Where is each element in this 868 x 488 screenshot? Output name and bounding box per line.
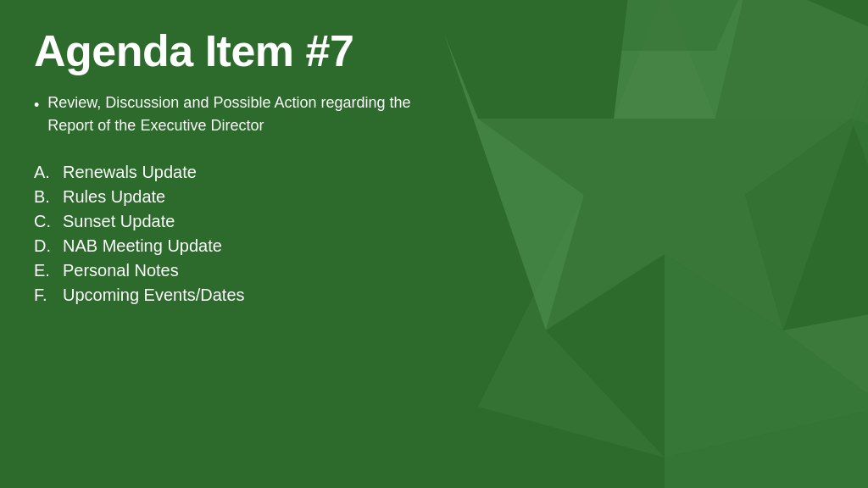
list-item-text: NAB Meeting Update bbox=[63, 236, 222, 256]
list-item-text: Renewals Update bbox=[63, 163, 197, 182]
list-item-label: D. bbox=[34, 236, 53, 256]
list-item-label: C. bbox=[34, 212, 53, 231]
list-item-text: Personal Notes bbox=[63, 261, 179, 280]
list-item-text: Upcoming Events/Dates bbox=[63, 286, 245, 305]
slide-subtitle: • Review, Discussion and Possible Action… bbox=[34, 92, 834, 137]
list-item-text: Rules Update bbox=[63, 187, 165, 207]
slide-content: Agenda Item #7 • Review, Discussion and … bbox=[0, 0, 868, 488]
list-item: F. Upcoming Events/Dates bbox=[34, 286, 834, 305]
list-item: C. Sunset Update bbox=[34, 212, 834, 231]
list-item: D. NAB Meeting Update bbox=[34, 236, 834, 256]
list-item: A. Renewals Update bbox=[34, 163, 834, 182]
slide-title: Agenda Item #7 bbox=[34, 25, 834, 76]
agenda-list: A. Renewals Update B. Rules Update C. Su… bbox=[34, 163, 834, 305]
list-item-label: F. bbox=[34, 286, 53, 305]
list-item: E. Personal Notes bbox=[34, 261, 834, 280]
bullet-point: • bbox=[34, 94, 39, 117]
subtitle-text: Review, Discussion and Possible Action r… bbox=[47, 92, 454, 137]
list-item-label: B. bbox=[34, 187, 53, 207]
list-item: B. Rules Update bbox=[34, 187, 834, 207]
list-item-label: E. bbox=[34, 261, 53, 280]
list-item-label: A. bbox=[34, 163, 53, 182]
list-item-text: Sunset Update bbox=[63, 212, 175, 231]
